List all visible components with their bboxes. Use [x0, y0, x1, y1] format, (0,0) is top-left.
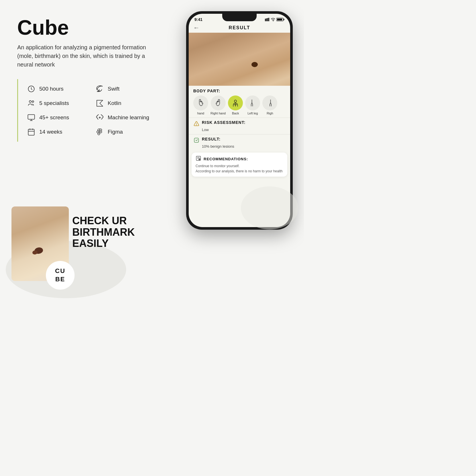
status-icons — [265, 17, 284, 22]
kotlin-icon — [95, 99, 104, 108]
blob-decoration — [241, 186, 298, 229]
svg-point-1 — [29, 101, 31, 103]
rec-title: RECOMMENDATIONS: — [204, 157, 248, 161]
status-time: 9:41 — [194, 17, 202, 22]
stat-figma-label: Figma — [108, 129, 123, 135]
svg-point-13 — [100, 131, 102, 133]
mole-detail — [34, 247, 43, 255]
body-parts-row: hand Right hand — [193, 95, 286, 115]
brain-icon — [95, 113, 104, 122]
app-header: ← RESULT — [189, 23, 290, 33]
svg-rect-9 — [28, 129, 34, 135]
back-label: Back — [232, 112, 239, 115]
svg-point-22 — [234, 100, 237, 102]
body-part-hand-circle — [193, 95, 208, 110]
stat-kotlin: Kotlin — [95, 99, 158, 108]
body-part-label: BODY PART: — [193, 89, 286, 93]
right-label: Righ — [267, 112, 273, 115]
left-leg-label: Left leg — [247, 112, 258, 115]
risk-row: RISK ASSESSMENT: — [193, 120, 286, 127]
body-part-hand[interactable]: hand — [193, 95, 208, 115]
risk-value: Low — [202, 128, 286, 132]
svg-point-25 — [196, 125, 196, 125]
rec-text: Continue to monitor yourself.According t… — [196, 163, 283, 174]
recommendations-box: RECOMMENDATIONS: Continue to monitor you… — [192, 153, 287, 177]
page-wrapper: Cube An application for analyzing a pigm… — [0, 0, 304, 304]
screen-title: RESULT — [229, 25, 250, 30]
swift-icon — [95, 84, 104, 93]
stat-figma: Figma — [95, 127, 158, 136]
stat-kotlin-label: Kotlin — [108, 100, 122, 106]
svg-rect-20 — [277, 19, 282, 20]
body-part-right[interactable]: Righ — [262, 95, 277, 115]
rec-header: RECOMMENDATIONS: — [196, 155, 283, 162]
body-part-back[interactable]: Back — [228, 95, 243, 115]
risk-section: RISK ASSESSMENT: Low — [189, 118, 290, 134]
svg-rect-14 — [265, 19, 266, 21]
stat-hours-label: 500 hours — [39, 86, 64, 92]
stat-specialists-label: 5 specialists — [39, 100, 69, 106]
promo-card: CHECK UR BIRTHMARK EASILY CU BE — [11, 206, 138, 292]
result-value: 10% benign lesions — [202, 144, 286, 149]
cube-logo-text: CU BE — [55, 267, 65, 283]
body-part-right-hand-circle — [211, 95, 226, 110]
stat-screens: 45+ screens — [27, 113, 89, 122]
app-description: An application for analyzing a pigmented… — [17, 43, 155, 69]
stat-ml-label: Machine learning — [108, 114, 149, 121]
body-part-left-leg-circle — [245, 95, 260, 110]
skin-mole — [251, 62, 258, 67]
right-hand-label: Right hand — [210, 112, 226, 115]
monitor-icon — [27, 113, 36, 122]
body-part-right-circle — [262, 95, 277, 110]
svg-rect-16 — [267, 18, 268, 21]
warning-icon — [193, 120, 200, 127]
result-label: RESULT: — [202, 137, 221, 141]
figma-icon — [95, 127, 104, 136]
stat-ml: Machine learning — [95, 113, 158, 122]
stat-screens-label: 45+ screens — [39, 114, 69, 121]
svg-rect-17 — [268, 18, 269, 21]
stat-weeks-label: 14 weeks — [39, 129, 62, 135]
back-button[interactable]: ← — [193, 24, 200, 32]
body-part-left-leg[interactable]: Left leg — [245, 95, 260, 115]
body-part-back-circle — [228, 95, 243, 110]
check-icon — [193, 137, 200, 143]
result-row: RESULT: — [193, 137, 286, 144]
body-part-right-hand[interactable]: Right hand — [210, 95, 226, 115]
photo-card: CHECK UR BIRTHMARK EASILY CU BE — [11, 206, 138, 292]
tagline-text: CHECK UR BIRTHMARK EASILY — [72, 215, 135, 249]
cube-logo: CU BE — [46, 261, 75, 290]
svg-rect-15 — [266, 18, 267, 21]
calendar-icon — [27, 127, 36, 136]
hand-label: hand — [197, 112, 204, 115]
people-icon — [27, 99, 36, 108]
svg-rect-26 — [194, 138, 199, 143]
stat-weeks: 14 weeks — [27, 127, 89, 136]
stat-swift-label: Swift — [108, 86, 120, 92]
phone-notch — [222, 14, 257, 21]
stat-swift: Swift — [95, 84, 158, 93]
skin-photo — [189, 33, 290, 86]
clock-icon — [27, 84, 36, 93]
stats-box: 500 hours Swift 5 specialists Kotlin — [17, 79, 166, 142]
result-section: RESULT: 10% benign lesions — [189, 134, 290, 151]
rec-icon — [196, 155, 201, 162]
svg-point-18 — [273, 21, 274, 21]
svg-point-2 — [32, 101, 34, 102]
svg-rect-4 — [28, 115, 34, 119]
svg-rect-21 — [284, 19, 284, 20]
body-part-section: BODY PART: hand — [189, 86, 290, 118]
stat-specialists: 5 specialists — [27, 99, 89, 108]
risk-label: RISK ASSESSMENT: — [202, 120, 245, 125]
svg-marker-3 — [97, 100, 103, 106]
stat-hours: 500 hours — [27, 84, 89, 93]
